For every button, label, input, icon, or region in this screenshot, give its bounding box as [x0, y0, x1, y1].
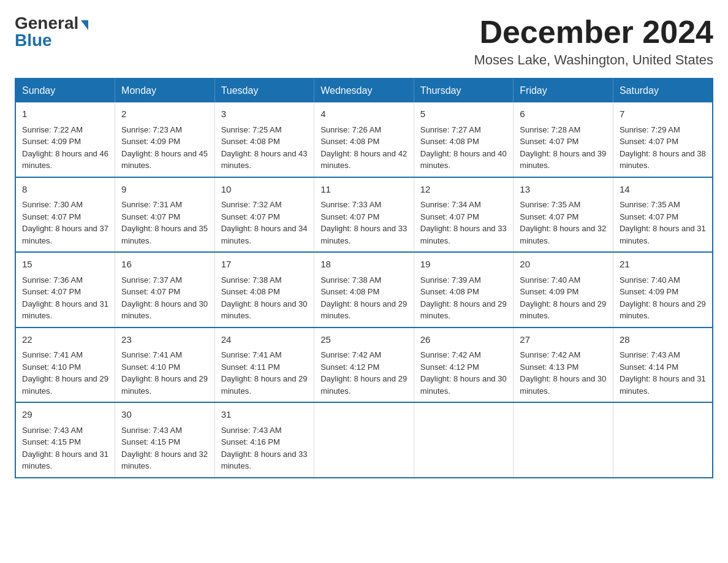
calendar-day-cell: 7Sunrise: 7:29 AMSunset: 4:07 PMDaylight…: [613, 102, 713, 177]
calendar-day-cell: 12Sunrise: 7:34 AMSunset: 4:07 PMDayligh…: [414, 177, 514, 253]
day-number: 23: [121, 333, 208, 347]
calendar-day-cell: 26Sunrise: 7:42 AMSunset: 4:12 PMDayligh…: [414, 327, 514, 403]
calendar-week-row: 22Sunrise: 7:41 AMSunset: 4:10 PMDayligh…: [15, 327, 713, 403]
calendar-day-cell: 27Sunrise: 7:42 AMSunset: 4:13 PMDayligh…: [514, 327, 613, 403]
calendar-day-cell: 30Sunrise: 7:43 AMSunset: 4:15 PMDayligh…: [115, 402, 215, 478]
calendar-day-cell: 25Sunrise: 7:42 AMSunset: 4:12 PMDayligh…: [314, 327, 414, 403]
day-number: 30: [121, 408, 208, 422]
day-number: 5: [420, 107, 507, 121]
calendar-day-cell: 14Sunrise: 7:35 AMSunset: 4:07 PMDayligh…: [613, 177, 713, 253]
calendar-empty-cell: [514, 402, 613, 478]
day-number: 7: [620, 107, 706, 121]
weekday-header-wednesday: Wednesday: [314, 79, 414, 102]
calendar-day-cell: 1Sunrise: 7:22 AMSunset: 4:09 PMDaylight…: [15, 102, 115, 177]
day-number: 20: [520, 258, 607, 272]
day-number: 12: [420, 183, 507, 197]
calendar-day-cell: 17Sunrise: 7:38 AMSunset: 4:08 PMDayligh…: [214, 252, 314, 327]
calendar-day-cell: 5Sunrise: 7:27 AMSunset: 4:08 PMDaylight…: [414, 102, 514, 177]
day-number: 31: [221, 408, 308, 422]
weekday-header-sunday: Sunday: [15, 79, 115, 102]
location-text: Moses Lake, Washington, United States: [474, 52, 714, 68]
weekday-header-tuesday: Tuesday: [214, 79, 314, 102]
day-number: 17: [221, 258, 308, 272]
day-number: 18: [320, 258, 408, 272]
title-section: December 2024 Moses Lake, Washington, Un…: [474, 15, 714, 68]
day-number: 29: [22, 408, 108, 422]
day-number: 19: [420, 258, 507, 272]
calendar-empty-cell: [314, 402, 414, 478]
logo-blue-text: Blue: [15, 32, 52, 49]
weekday-header-thursday: Thursday: [414, 79, 514, 102]
calendar-day-cell: 13Sunrise: 7:35 AMSunset: 4:07 PMDayligh…: [514, 177, 613, 253]
day-number: 8: [22, 183, 108, 197]
calendar-day-cell: 28Sunrise: 7:43 AMSunset: 4:14 PMDayligh…: [613, 327, 713, 403]
day-number: 16: [121, 258, 208, 272]
day-number: 13: [520, 183, 607, 197]
calendar-week-row: 8Sunrise: 7:30 AMSunset: 4:07 PMDaylight…: [15, 177, 713, 253]
logo: General Blue: [15, 15, 88, 49]
calendar-empty-cell: [414, 402, 514, 478]
day-number: 1: [22, 107, 108, 121]
day-number: 24: [221, 333, 308, 347]
calendar-day-cell: 19Sunrise: 7:39 AMSunset: 4:08 PMDayligh…: [414, 252, 514, 327]
calendar-day-cell: 8Sunrise: 7:30 AMSunset: 4:07 PMDaylight…: [15, 177, 115, 253]
day-number: 15: [22, 258, 108, 272]
day-number: 11: [320, 183, 408, 197]
calendar-day-cell: 6Sunrise: 7:28 AMSunset: 4:07 PMDaylight…: [514, 102, 613, 177]
calendar-day-cell: 9Sunrise: 7:31 AMSunset: 4:07 PMDaylight…: [115, 177, 215, 253]
weekday-header-friday: Friday: [514, 79, 613, 102]
calendar-table: SundayMondayTuesdayWednesdayThursdayFrid…: [15, 78, 713, 478]
page-header: General Blue December 2024 Moses Lake, W…: [15, 15, 713, 68]
calendar-week-row: 1Sunrise: 7:22 AMSunset: 4:09 PMDaylight…: [15, 102, 713, 177]
day-number: 25: [320, 333, 408, 347]
calendar-day-cell: 18Sunrise: 7:38 AMSunset: 4:08 PMDayligh…: [314, 252, 414, 327]
calendar-day-cell: 3Sunrise: 7:25 AMSunset: 4:08 PMDaylight…: [214, 102, 314, 177]
calendar-day-cell: 31Sunrise: 7:43 AMSunset: 4:16 PMDayligh…: [214, 402, 314, 478]
calendar-day-cell: 10Sunrise: 7:32 AMSunset: 4:07 PMDayligh…: [214, 177, 314, 253]
logo-general-text: General: [15, 15, 78, 32]
calendar-day-cell: 15Sunrise: 7:36 AMSunset: 4:07 PMDayligh…: [15, 252, 115, 327]
calendar-week-row: 15Sunrise: 7:36 AMSunset: 4:07 PMDayligh…: [15, 252, 713, 327]
day-number: 3: [221, 107, 308, 121]
day-number: 26: [420, 333, 507, 347]
calendar-day-cell: 20Sunrise: 7:40 AMSunset: 4:09 PMDayligh…: [514, 252, 613, 327]
weekday-header-saturday: Saturday: [613, 79, 713, 102]
weekday-header-monday: Monday: [115, 79, 215, 102]
day-number: 22: [22, 333, 108, 347]
day-number: 2: [121, 107, 208, 121]
calendar-week-row: 29Sunrise: 7:43 AMSunset: 4:15 PMDayligh…: [15, 402, 713, 478]
logo-arrow-icon: [81, 20, 88, 30]
calendar-day-cell: 2Sunrise: 7:23 AMSunset: 4:09 PMDaylight…: [115, 102, 215, 177]
calendar-header-row: SundayMondayTuesdayWednesdayThursdayFrid…: [15, 79, 713, 102]
calendar-day-cell: 22Sunrise: 7:41 AMSunset: 4:10 PMDayligh…: [15, 327, 115, 403]
calendar-day-cell: 29Sunrise: 7:43 AMSunset: 4:15 PMDayligh…: [15, 402, 115, 478]
day-number: 10: [221, 183, 308, 197]
calendar-day-cell: 11Sunrise: 7:33 AMSunset: 4:07 PMDayligh…: [314, 177, 414, 253]
day-number: 9: [121, 183, 208, 197]
calendar-day-cell: 21Sunrise: 7:40 AMSunset: 4:09 PMDayligh…: [613, 252, 713, 327]
month-title: December 2024: [474, 15, 714, 50]
day-number: 21: [620, 258, 706, 272]
day-number: 14: [620, 183, 706, 197]
calendar-day-cell: 4Sunrise: 7:26 AMSunset: 4:08 PMDaylight…: [314, 102, 414, 177]
calendar-day-cell: 24Sunrise: 7:41 AMSunset: 4:11 PMDayligh…: [214, 327, 314, 403]
day-number: 6: [520, 107, 607, 121]
calendar-day-cell: 16Sunrise: 7:37 AMSunset: 4:07 PMDayligh…: [115, 252, 215, 327]
calendar-empty-cell: [613, 402, 713, 478]
day-number: 28: [620, 333, 706, 347]
calendar-day-cell: 23Sunrise: 7:41 AMSunset: 4:10 PMDayligh…: [115, 327, 215, 403]
day-number: 27: [520, 333, 607, 347]
day-number: 4: [320, 107, 408, 121]
